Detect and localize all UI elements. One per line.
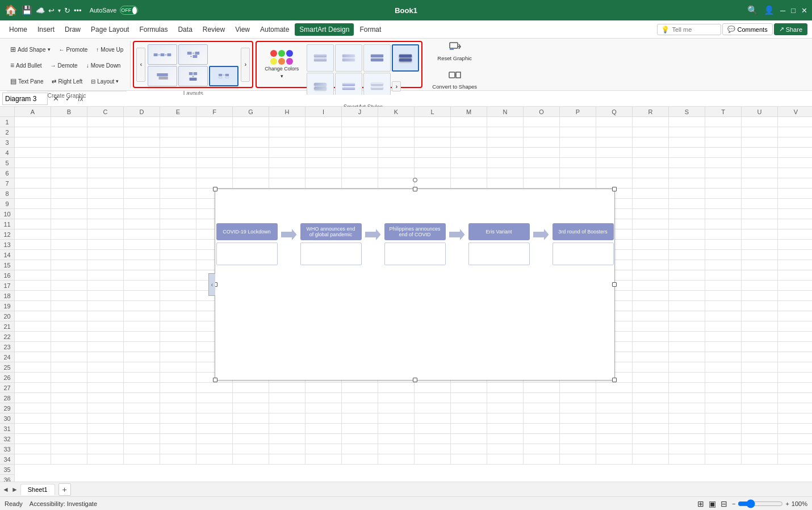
flow-box-top-4[interactable]: 3rd round of Boosters bbox=[553, 223, 614, 240]
col-D[interactable]: D bbox=[124, 107, 160, 116]
zoom-in-icon[interactable]: + bbox=[785, 500, 789, 507]
col-E[interactable]: E bbox=[160, 107, 196, 116]
row-21[interactable]: 21 bbox=[0, 321, 14, 332]
formula-input[interactable] bbox=[89, 95, 810, 103]
menu-review[interactable]: Review bbox=[198, 23, 229, 36]
row-33[interactable]: 33 bbox=[0, 444, 14, 454]
sheet-nav-prev[interactable]: ◄ bbox=[2, 486, 9, 494]
tell-me-input[interactable] bbox=[672, 26, 717, 33]
menu-home[interactable]: Home bbox=[5, 23, 32, 36]
rotate-handle[interactable] bbox=[413, 178, 417, 182]
home-icon[interactable]: 🏠 bbox=[5, 4, 17, 16]
row-6[interactable]: 6 bbox=[0, 168, 14, 178]
add-shape-button[interactable]: ⊞ Add Shape ▾ bbox=[7, 42, 54, 57]
close-icon[interactable]: ✕ bbox=[801, 6, 807, 15]
layouts-prev-button[interactable]: ‹ bbox=[136, 48, 145, 82]
move-down-button[interactable]: ↓ Move Down bbox=[83, 58, 124, 73]
row-29[interactable]: 29 bbox=[0, 403, 14, 413]
col-L[interactable]: L bbox=[415, 107, 451, 116]
layout-button[interactable]: ⊟ Layout ▾ bbox=[87, 74, 122, 89]
flow-box-top-1[interactable]: WHO announces end of global pandemic bbox=[300, 223, 362, 240]
row-10[interactable]: 10 bbox=[0, 209, 14, 219]
confirm-formula-icon[interactable]: ✓ bbox=[62, 94, 74, 103]
flow-box-bottom-1[interactable] bbox=[300, 243, 362, 265]
flow-box-bottom-3[interactable] bbox=[468, 243, 530, 265]
cancel-formula-icon[interactable]: ✕ bbox=[50, 94, 61, 103]
smartart-diagram[interactable]: ‹ COVID-19 Lockdown bbox=[215, 189, 615, 381]
account-icon[interactable]: 👤 bbox=[764, 5, 775, 15]
menu-formulas[interactable]: Formulas bbox=[135, 23, 172, 36]
col-H[interactable]: H bbox=[269, 107, 305, 116]
save-icon[interactable]: ☁️ bbox=[36, 6, 45, 15]
col-Q[interactable]: Q bbox=[596, 107, 633, 116]
comments-button[interactable]: 💬 Comments bbox=[722, 23, 772, 35]
col-O[interactable]: O bbox=[524, 107, 560, 116]
row-30[interactable]: 30 bbox=[0, 413, 14, 424]
page-layout-view-icon[interactable]: ▣ bbox=[709, 499, 716, 508]
layout-item-2[interactable] bbox=[148, 66, 177, 86]
row-5[interactable]: 5 bbox=[0, 158, 14, 168]
menu-data[interactable]: Data bbox=[173, 23, 196, 36]
row-32[interactable]: 32 bbox=[0, 434, 14, 444]
flow-item-2[interactable]: Philippines announces end of COVID bbox=[384, 223, 446, 265]
row-12[interactable]: 12 bbox=[0, 229, 14, 240]
text-pane-button[interactable]: ▤ Text Pane bbox=[7, 74, 47, 89]
right-left-button[interactable]: ⇄ Right Left bbox=[48, 74, 86, 89]
style-item-1[interactable] bbox=[335, 44, 362, 72]
row-28[interactable]: 28 bbox=[0, 393, 14, 403]
row-22[interactable]: 22 bbox=[0, 332, 14, 342]
row-2[interactable]: 2 bbox=[0, 127, 14, 137]
flow-box-bottom-4[interactable] bbox=[553, 243, 614, 265]
style-item-0[interactable] bbox=[307, 44, 334, 72]
col-K[interactable]: K bbox=[378, 107, 415, 116]
row-1[interactable]: 1 bbox=[0, 117, 14, 127]
row-4[interactable]: 4 bbox=[0, 148, 14, 158]
col-R[interactable]: R bbox=[633, 107, 669, 116]
menu-view[interactable]: View bbox=[231, 23, 254, 36]
row-23[interactable]: 23 bbox=[0, 342, 14, 352]
row-34[interactable]: 34 bbox=[0, 454, 14, 465]
flow-box-bottom-0[interactable] bbox=[216, 243, 278, 265]
move-up-button[interactable]: ↑ Move Up bbox=[93, 42, 127, 57]
row-35[interactable]: 35 bbox=[0, 465, 14, 475]
insert-function-icon[interactable]: fx bbox=[75, 95, 86, 103]
menu-draw[interactable]: Draw bbox=[60, 23, 85, 36]
row-11[interactable]: 11 bbox=[0, 219, 14, 229]
row-14[interactable]: 14 bbox=[0, 250, 14, 260]
row-15[interactable]: 15 bbox=[0, 260, 14, 270]
style-item-2[interactable] bbox=[363, 44, 391, 72]
reset-graphic-button[interactable]: Reset Graphic bbox=[432, 37, 477, 64]
flow-item-0[interactable]: COVID-19 Lockdown bbox=[216, 223, 278, 265]
layout-item-4[interactable] bbox=[209, 66, 238, 86]
page-break-view-icon[interactable]: ⊟ bbox=[721, 499, 727, 508]
flow-box-top-3[interactable]: Eris Variant bbox=[468, 223, 530, 240]
layout-item-3[interactable] bbox=[178, 66, 208, 86]
col-U[interactable]: U bbox=[742, 107, 778, 116]
row-20[interactable]: 20 bbox=[0, 311, 14, 321]
share-button[interactable]: ↗ Share bbox=[774, 23, 807, 35]
col-I[interactable]: I bbox=[305, 107, 342, 116]
change-colors-button[interactable]: Change Colors ▾ bbox=[261, 48, 302, 82]
row-8[interactable]: 8 bbox=[0, 189, 14, 199]
tell-me-box[interactable]: 💡 bbox=[657, 24, 721, 35]
promote-button[interactable]: ← Promote bbox=[56, 42, 91, 57]
col-C[interactable]: C bbox=[87, 107, 124, 116]
convert-shapes-button[interactable]: Convert to Shapes bbox=[427, 65, 482, 93]
flow-box-bottom-2[interactable] bbox=[384, 243, 446, 265]
col-J[interactable]: J bbox=[342, 107, 378, 116]
col-N[interactable]: N bbox=[487, 107, 524, 116]
undo-dropdown-icon[interactable]: ▾ bbox=[58, 7, 61, 14]
row-24[interactable]: 24 bbox=[0, 352, 14, 362]
row-26[interactable]: 26 bbox=[0, 373, 14, 383]
sheet-nav-next[interactable]: ► bbox=[11, 486, 18, 494]
normal-view-icon[interactable]: ⊞ bbox=[697, 499, 704, 508]
zoom-out-icon[interactable]: − bbox=[732, 500, 735, 507]
col-V[interactable]: V bbox=[778, 107, 812, 116]
col-B[interactable]: B bbox=[51, 107, 87, 116]
sheet-tab-1[interactable]: Sheet1 bbox=[20, 484, 55, 495]
restore-icon[interactable]: □ bbox=[791, 6, 796, 15]
redo-icon[interactable]: ↻ bbox=[64, 6, 70, 15]
demote-button[interactable]: → Demote bbox=[47, 58, 81, 73]
flow-box-top-0[interactable]: COVID-19 Lockdown bbox=[216, 223, 278, 240]
col-F[interactable]: F bbox=[196, 107, 233, 116]
